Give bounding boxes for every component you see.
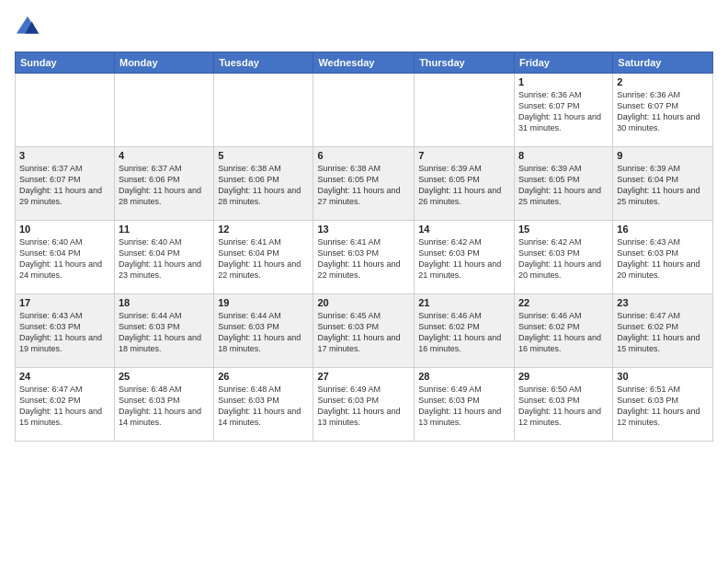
day-info: Sunrise: 6:41 AMSunset: 6:04 PMDaylight:… xyxy=(218,236,309,282)
calendar-cell: 29Sunrise: 6:50 AMSunset: 6:03 PMDayligh… xyxy=(514,368,612,442)
calendar-cell: 16Sunrise: 6:43 AMSunset: 6:03 PMDayligh… xyxy=(613,221,713,294)
day-info: Sunrise: 6:48 AMSunset: 6:03 PMDaylight:… xyxy=(218,384,309,429)
day-number: 10 xyxy=(19,224,110,235)
day-number: 14 xyxy=(418,224,510,235)
day-number: 8 xyxy=(518,150,609,161)
day-info: Sunrise: 6:43 AMSunset: 6:03 PMDaylight:… xyxy=(617,236,709,282)
day-number: 12 xyxy=(218,224,309,235)
day-number: 3 xyxy=(19,150,110,161)
calendar-cell: 14Sunrise: 6:42 AMSunset: 6:03 PMDayligh… xyxy=(415,221,515,294)
day-info: Sunrise: 6:41 AMSunset: 6:03 PMDaylight:… xyxy=(317,236,410,282)
calendar-cell: 17Sunrise: 6:43 AMSunset: 6:03 PMDayligh… xyxy=(16,294,115,368)
calendar-table: SundayMondayTuesdayWednesdayThursdayFrid… xyxy=(15,52,713,442)
day-info: Sunrise: 6:51 AMSunset: 6:03 PMDaylight:… xyxy=(617,384,709,429)
calendar-cell xyxy=(114,74,213,147)
day-info: Sunrise: 6:37 AMSunset: 6:07 PMDaylight:… xyxy=(19,163,110,208)
day-number: 26 xyxy=(218,371,309,382)
day-info: Sunrise: 6:39 AMSunset: 6:05 PMDaylight:… xyxy=(518,163,609,208)
day-number: 17 xyxy=(19,297,110,308)
day-info: Sunrise: 6:42 AMSunset: 6:03 PMDaylight:… xyxy=(518,236,609,282)
col-header-wednesday: Wednesday xyxy=(313,52,415,74)
day-number: 27 xyxy=(317,371,410,382)
day-number: 6 xyxy=(317,150,410,161)
day-info: Sunrise: 6:47 AMSunset: 6:02 PMDaylight:… xyxy=(19,384,110,429)
header xyxy=(15,15,713,40)
day-number: 19 xyxy=(218,297,309,308)
calendar-cell: 8Sunrise: 6:39 AMSunset: 6:05 PMDaylight… xyxy=(514,147,612,221)
calendar-week-row: 17Sunrise: 6:43 AMSunset: 6:03 PMDayligh… xyxy=(16,294,713,368)
calendar-cell: 23Sunrise: 6:47 AMSunset: 6:02 PMDayligh… xyxy=(613,294,713,368)
day-number: 11 xyxy=(119,224,210,235)
day-number: 5 xyxy=(218,150,309,161)
calendar-cell: 4Sunrise: 6:37 AMSunset: 6:06 PMDaylight… xyxy=(114,147,213,221)
day-number: 15 xyxy=(518,224,609,235)
calendar-cell: 6Sunrise: 6:38 AMSunset: 6:05 PMDaylight… xyxy=(313,147,415,221)
day-number: 1 xyxy=(518,76,609,87)
calendar-cell: 13Sunrise: 6:41 AMSunset: 6:03 PMDayligh… xyxy=(313,221,415,294)
day-info: Sunrise: 6:46 AMSunset: 6:02 PMDaylight:… xyxy=(418,310,510,355)
calendar-cell: 19Sunrise: 6:44 AMSunset: 6:03 PMDayligh… xyxy=(214,294,313,368)
calendar-cell: 11Sunrise: 6:40 AMSunset: 6:04 PMDayligh… xyxy=(114,221,213,294)
day-info: Sunrise: 6:45 AMSunset: 6:03 PMDaylight:… xyxy=(317,310,410,355)
day-number: 23 xyxy=(617,297,709,308)
day-info: Sunrise: 6:47 AMSunset: 6:02 PMDaylight:… xyxy=(617,310,709,355)
calendar-cell: 7Sunrise: 6:39 AMSunset: 6:05 PMDaylight… xyxy=(415,147,515,221)
calendar-cell: 3Sunrise: 6:37 AMSunset: 6:07 PMDaylight… xyxy=(16,147,115,221)
day-info: Sunrise: 6:43 AMSunset: 6:03 PMDaylight:… xyxy=(19,310,110,355)
day-number: 13 xyxy=(317,224,410,235)
day-number: 20 xyxy=(317,297,410,308)
col-header-friday: Friday xyxy=(514,52,612,74)
calendar-cell: 20Sunrise: 6:45 AMSunset: 6:03 PMDayligh… xyxy=(313,294,415,368)
calendar-cell: 21Sunrise: 6:46 AMSunset: 6:02 PMDayligh… xyxy=(415,294,515,368)
calendar-cell: 10Sunrise: 6:40 AMSunset: 6:04 PMDayligh… xyxy=(16,221,115,294)
day-info: Sunrise: 6:44 AMSunset: 6:03 PMDaylight:… xyxy=(119,310,210,355)
day-info: Sunrise: 6:49 AMSunset: 6:03 PMDaylight:… xyxy=(418,384,510,429)
calendar-cell: 2Sunrise: 6:36 AMSunset: 6:07 PMDaylight… xyxy=(613,74,713,147)
calendar-cell: 18Sunrise: 6:44 AMSunset: 6:03 PMDayligh… xyxy=(114,294,213,368)
calendar-cell xyxy=(214,74,313,147)
day-info: Sunrise: 6:39 AMSunset: 6:05 PMDaylight:… xyxy=(418,163,510,208)
day-info: Sunrise: 6:49 AMSunset: 6:03 PMDaylight:… xyxy=(317,384,410,429)
calendar-week-row: 24Sunrise: 6:47 AMSunset: 6:02 PMDayligh… xyxy=(16,368,713,442)
day-number: 25 xyxy=(119,371,210,382)
calendar-cell: 12Sunrise: 6:41 AMSunset: 6:04 PMDayligh… xyxy=(214,221,313,294)
calendar-cell: 22Sunrise: 6:46 AMSunset: 6:02 PMDayligh… xyxy=(514,294,612,368)
day-info: Sunrise: 6:46 AMSunset: 6:02 PMDaylight:… xyxy=(518,310,609,355)
day-number: 18 xyxy=(119,297,210,308)
calendar-cell: 25Sunrise: 6:48 AMSunset: 6:03 PMDayligh… xyxy=(114,368,213,442)
day-info: Sunrise: 6:48 AMSunset: 6:03 PMDaylight:… xyxy=(119,384,210,429)
calendar-cell xyxy=(16,74,115,147)
calendar-cell xyxy=(313,74,415,147)
calendar-cell: 24Sunrise: 6:47 AMSunset: 6:02 PMDayligh… xyxy=(16,368,115,442)
day-number: 28 xyxy=(418,371,510,382)
day-info: Sunrise: 6:38 AMSunset: 6:06 PMDaylight:… xyxy=(218,163,309,208)
col-header-saturday: Saturday xyxy=(613,52,713,74)
main-container: SundayMondayTuesdayWednesdayThursdayFrid… xyxy=(0,0,728,451)
col-header-thursday: Thursday xyxy=(415,52,515,74)
calendar-cell: 30Sunrise: 6:51 AMSunset: 6:03 PMDayligh… xyxy=(613,368,713,442)
calendar-cell: 9Sunrise: 6:39 AMSunset: 6:04 PMDaylight… xyxy=(613,147,713,221)
day-number: 2 xyxy=(617,76,709,87)
calendar-cell: 15Sunrise: 6:42 AMSunset: 6:03 PMDayligh… xyxy=(514,221,612,294)
calendar-week-row: 1Sunrise: 6:36 AMSunset: 6:07 PMDaylight… xyxy=(16,74,713,147)
day-number: 30 xyxy=(617,371,709,382)
logo-icon xyxy=(15,15,40,40)
day-info: Sunrise: 6:37 AMSunset: 6:06 PMDaylight:… xyxy=(119,163,210,208)
day-info: Sunrise: 6:50 AMSunset: 6:03 PMDaylight:… xyxy=(518,384,609,429)
calendar-cell xyxy=(415,74,515,147)
calendar-week-row: 3Sunrise: 6:37 AMSunset: 6:07 PMDaylight… xyxy=(16,147,713,221)
day-info: Sunrise: 6:44 AMSunset: 6:03 PMDaylight:… xyxy=(218,310,309,355)
col-header-tuesday: Tuesday xyxy=(214,52,313,74)
day-number: 16 xyxy=(617,224,709,235)
logo xyxy=(15,15,44,40)
day-info: Sunrise: 6:38 AMSunset: 6:05 PMDaylight:… xyxy=(317,163,410,208)
day-number: 4 xyxy=(119,150,210,161)
calendar-cell: 27Sunrise: 6:49 AMSunset: 6:03 PMDayligh… xyxy=(313,368,415,442)
calendar-cell: 5Sunrise: 6:38 AMSunset: 6:06 PMDaylight… xyxy=(214,147,313,221)
day-info: Sunrise: 6:39 AMSunset: 6:04 PMDaylight:… xyxy=(617,163,709,208)
calendar-week-row: 10Sunrise: 6:40 AMSunset: 6:04 PMDayligh… xyxy=(16,221,713,294)
day-number: 9 xyxy=(617,150,709,161)
col-header-sunday: Sunday xyxy=(16,52,115,74)
day-number: 22 xyxy=(518,297,609,308)
day-number: 21 xyxy=(418,297,510,308)
